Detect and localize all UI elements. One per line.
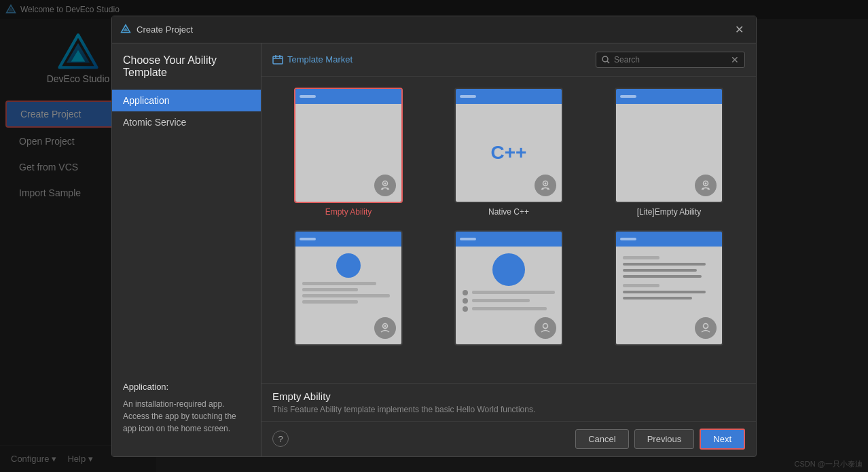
selected-template-description: This Feature Ability template implements… (272, 405, 745, 414)
template-card-row2-3[interactable] (593, 228, 745, 352)
svg-rect-8 (275, 55, 276, 58)
dialog-titlebar: Create Project ✕ (112, 19, 756, 43)
dialog-footer: ? Cancel Previous Next (261, 421, 756, 456)
svg-point-23 (708, 187, 710, 189)
svg-point-19 (547, 187, 549, 189)
dialog-heading: Choose Your Ability Template (112, 54, 261, 90)
svg-point-18 (542, 187, 544, 189)
svg-rect-7 (273, 56, 283, 64)
template-preview-row2-2 (454, 230, 563, 346)
dialog-left-item-application[interactable]: Application (112, 90, 261, 111)
template-label-empty-ability: Empty Ability (325, 207, 372, 217)
dialog-close-button[interactable]: ✕ (731, 22, 748, 37)
next-button[interactable]: Next (700, 429, 745, 450)
template-badge-row2-3 (695, 317, 717, 339)
dialog-logo (120, 24, 131, 35)
template-market-label: Template Market (287, 54, 352, 65)
svg-point-10 (602, 56, 608, 62)
search-box: ✕ (596, 52, 745, 68)
search-icon (602, 56, 610, 64)
search-clear-button[interactable]: ✕ (731, 54, 739, 65)
dialog-body: Choose Your Ability Template Application… (112, 43, 756, 456)
template-card-row2-2[interactable] (433, 228, 585, 352)
cpp-text: C++ (491, 142, 527, 164)
template-badge-lite (695, 175, 717, 196)
svg-point-14 (382, 187, 384, 189)
cancel-button[interactable]: Cancel (575, 429, 628, 449)
dialog-right-header: Template Market ✕ (261, 43, 756, 77)
svg-point-27 (704, 323, 708, 328)
dialog-right-panel: Template Market ✕ (261, 43, 756, 456)
svg-line-11 (607, 61, 609, 63)
search-input[interactable] (614, 55, 727, 65)
svg-point-25 (384, 325, 386, 327)
template-label-lite: [Lite]Empty Ability (637, 207, 702, 217)
svg-rect-9 (279, 55, 281, 58)
previous-button[interactable]: Previous (634, 429, 695, 449)
template-badge-empty-ability (374, 175, 396, 196)
selected-template-name: Empty Ability (272, 391, 745, 402)
template-card-lite-empty[interactable]: [Lite]Empty Ability (593, 85, 745, 219)
template-badge-cpp (535, 175, 556, 196)
market-icon (272, 54, 283, 65)
template-preview-native-cpp: C++ (454, 88, 563, 203)
dialog-overlay: Create Project ✕ Choose Your Ability Tem… (0, 19, 868, 472)
svg-point-26 (543, 323, 548, 328)
template-card-empty-ability[interactable]: Empty Ability (272, 85, 424, 219)
templates-grid: Empty Ability C++ (261, 77, 756, 383)
svg-point-15 (387, 187, 389, 189)
svg-point-22 (702, 187, 704, 189)
template-preview-empty-ability (294, 88, 403, 203)
dialog-left-panel: Choose Your Ability Template Application… (112, 43, 261, 456)
description-text: An installation-required app. Access the… (123, 398, 250, 435)
template-card-empty-ability-2[interactable] (272, 228, 424, 352)
svg-point-13 (384, 182, 386, 184)
description-title: Application: (123, 380, 250, 394)
main-layout: DevEco Studio Create Project Open Projec… (0, 19, 868, 472)
selected-template-info: Empty Ability This Feature Ability templ… (261, 383, 756, 421)
template-preview-row2-1 (294, 230, 403, 346)
template-preview-row2-3 (615, 230, 723, 346)
svg-point-17 (545, 182, 547, 184)
help-button[interactable]: ? (272, 431, 289, 447)
template-badge-row2-2 (535, 317, 556, 339)
dialog-left-item-atomic-service[interactable]: Atomic Service (112, 111, 261, 133)
dialog-title: Create Project (137, 24, 725, 35)
template-market-link[interactable]: Template Market (272, 54, 352, 65)
dialog-description: Application: An installation-required ap… (112, 369, 261, 446)
template-preview-lite-empty (615, 88, 723, 203)
create-project-dialog: Create Project ✕ Choose Your Ability Tem… (111, 19, 757, 457)
template-badge-row2-1 (374, 317, 396, 339)
template-card-native-cpp[interactable]: C++ (433, 85, 585, 219)
template-label-native-cpp: Native C++ (488, 207, 529, 217)
svg-point-21 (705, 182, 707, 184)
